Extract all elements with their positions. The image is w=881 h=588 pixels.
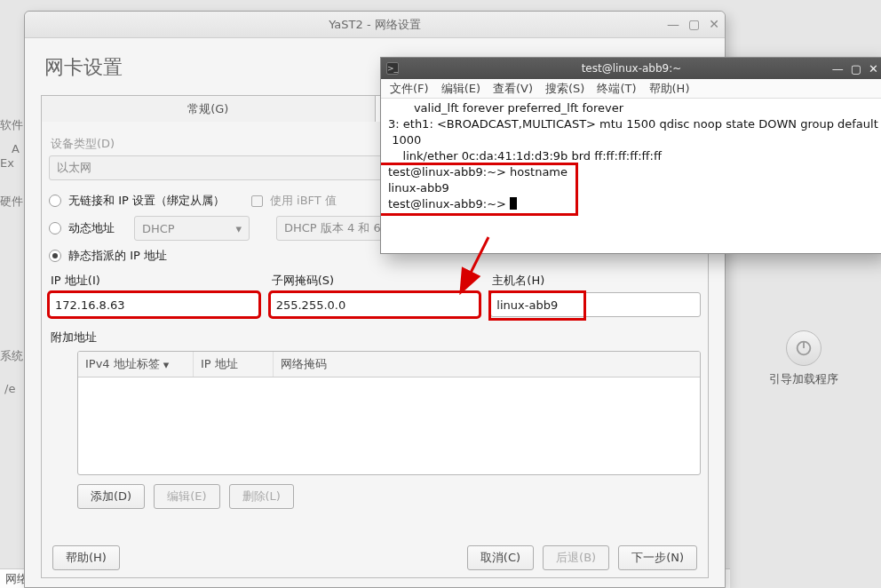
ip-label: IP 地址(I) bbox=[51, 273, 258, 289]
yast-window-title: YaST2 - 网络设置 bbox=[329, 17, 421, 33]
chevron-down-icon: ▾ bbox=[235, 222, 242, 235]
delete-button: 删除(L) bbox=[229, 484, 294, 509]
ip-value: 172.16.8.63 bbox=[55, 298, 125, 312]
menu-terminal[interactable]: 终端(T) bbox=[597, 81, 636, 97]
menu-help[interactable]: 帮助(H) bbox=[649, 81, 690, 97]
terminal-window: >_ test@linux-abb9:~ — ▢ ✕ 文件(F) 编辑(E) 查… bbox=[380, 57, 881, 254]
additional-addr-listview[interactable]: IPv4 地址标签 ▾ IP 地址 网络掩码 bbox=[77, 351, 701, 475]
back-button: 后退(B) bbox=[543, 545, 609, 570]
terminal-title: test@linux-abb9:~ bbox=[582, 62, 682, 75]
lv-col-ip[interactable]: IP 地址 bbox=[194, 352, 274, 377]
tab-general[interactable]: 常规(G) bbox=[41, 95, 376, 122]
terminal-body[interactable]: valid_lft forever preferred_lft forever … bbox=[381, 99, 881, 253]
bootloader-launcher[interactable]: 引导加载程序 bbox=[755, 330, 853, 387]
menu-file[interactable]: 文件(F) bbox=[390, 81, 429, 97]
term-line: 1000 bbox=[388, 133, 421, 147]
dynamic-radio[interactable] bbox=[49, 222, 61, 234]
term-line: test@linux-abb9:~> hostname bbox=[388, 165, 567, 179]
menu-edit[interactable]: 编辑(E) bbox=[441, 81, 480, 97]
bootloader-label: 引导加载程序 bbox=[769, 372, 838, 385]
hostname-label: 主机名(H) bbox=[492, 273, 699, 289]
dynamic-radio-label: 动态地址 bbox=[68, 220, 115, 236]
device-type-value: 以太网 bbox=[57, 160, 91, 176]
minimize-icon[interactable]: — bbox=[832, 62, 844, 75]
power-icon bbox=[786, 330, 821, 366]
edit-button: 编辑(E) bbox=[154, 484, 219, 509]
hostname-input[interactable]: linux-abb9 bbox=[490, 292, 701, 317]
subnet-value: 255.255.0.0 bbox=[276, 298, 346, 312]
lv-col-netmask[interactable]: 网络掩码 bbox=[274, 352, 700, 377]
maximize-icon[interactable]: ▢ bbox=[851, 62, 861, 75]
next-button[interactable]: 下一步(N) bbox=[618, 545, 697, 570]
cancel-button[interactable]: 取消(C) bbox=[467, 545, 534, 570]
bg-label: A bbox=[12, 142, 20, 155]
subnet-label: 子网掩码(S) bbox=[272, 273, 479, 289]
use-ibft-label: 使用 iBFT 值 bbox=[270, 193, 337, 209]
bg-label: 系统 bbox=[0, 348, 23, 364]
maximize-icon[interactable]: ▢ bbox=[688, 17, 700, 31]
tab-general-label: 常规(G) bbox=[187, 101, 228, 117]
terminal-icon: >_ bbox=[386, 62, 399, 75]
ip-input[interactable]: 172.16.8.63 bbox=[49, 292, 259, 317]
menu-view[interactable]: 查看(V) bbox=[493, 81, 533, 97]
chevron-down-icon: ▾ bbox=[163, 358, 170, 371]
nolink-radio[interactable] bbox=[49, 195, 61, 207]
close-icon[interactable]: ✕ bbox=[709, 17, 719, 31]
bg-label: /e bbox=[4, 382, 15, 395]
menu-search[interactable]: 搜索(S) bbox=[545, 81, 584, 97]
dhcp-version-value: DHCP 版本 4 和 6 bbox=[284, 220, 381, 236]
terminal-menubar: 文件(F) 编辑(E) 查看(V) 搜索(S) 终端(T) 帮助(H) bbox=[381, 79, 881, 99]
nolink-radio-label: 无链接和 IP 设置（绑定从属） bbox=[68, 193, 225, 209]
dhcp-select-value: DHCP bbox=[142, 222, 175, 235]
term-line: link/ether 0c:da:41:1d:d3:9b brd ff:ff:f… bbox=[388, 149, 662, 163]
minimize-icon[interactable]: — bbox=[667, 17, 679, 31]
yast-titlebar[interactable]: YaST2 - 网络设置 — ▢ ✕ bbox=[25, 12, 725, 38]
use-ibft-checkbox bbox=[251, 195, 263, 207]
help-button[interactable]: 帮助(H) bbox=[52, 545, 120, 570]
terminal-titlebar[interactable]: >_ test@linux-abb9:~ — ▢ ✕ bbox=[381, 58, 881, 79]
term-line: test@linux-abb9:~> bbox=[388, 197, 510, 211]
term-line: valid_lft forever preferred_lft forever bbox=[388, 101, 623, 115]
subnet-input[interactable]: 255.255.0.0 bbox=[270, 292, 480, 317]
add-button[interactable]: 添加(D) bbox=[77, 484, 145, 509]
static-radio-label: 静态指派的 IP 地址 bbox=[68, 248, 167, 264]
static-radio[interactable] bbox=[49, 250, 61, 262]
lv-col-ipv4-label[interactable]: IPv4 地址标签 ▾ bbox=[78, 352, 194, 377]
cursor-icon bbox=[510, 197, 517, 210]
close-icon[interactable]: ✕ bbox=[869, 62, 878, 75]
term-line: linux-abb9 bbox=[388, 181, 449, 195]
bg-label: Ex bbox=[0, 156, 14, 170]
dhcp-select: DHCP ▾ bbox=[134, 216, 250, 241]
term-line: 3: eth1: <BROADCAST,MULTICAST> mtu 1500 … bbox=[388, 117, 881, 131]
bg-label: 软件 bbox=[0, 117, 23, 133]
bg-label: 硬件 bbox=[0, 194, 23, 210]
additional-addr-label: 附加地址 bbox=[51, 330, 97, 344]
